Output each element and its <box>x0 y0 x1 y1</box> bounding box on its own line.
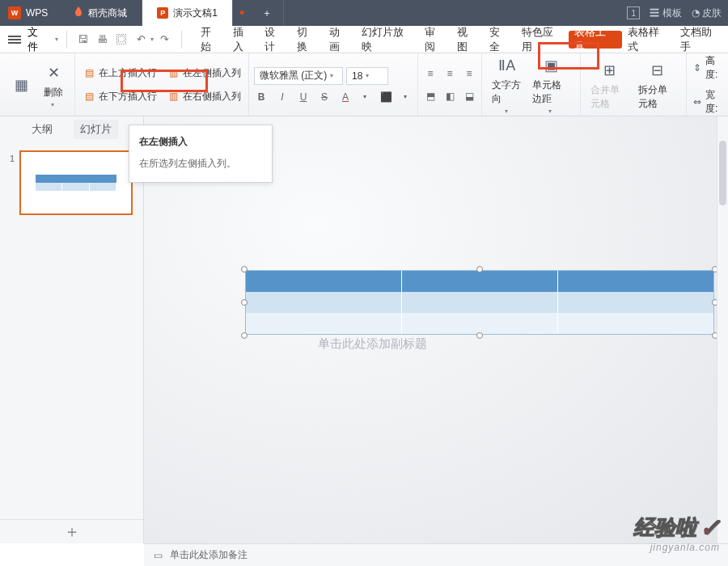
strikethrough-button[interactable]: S <box>317 91 332 103</box>
add-slide-button[interactable]: ＋ <box>0 519 143 543</box>
insert-row-above-button[interactable]: ▤ 在上方插入行 <box>80 65 159 82</box>
tab-outline[interactable]: 大纲 <box>25 120 59 139</box>
slide-thumbnail[interactable]: 1 <box>19 150 133 215</box>
tab-slides[interactable]: 幻灯片 <box>74 120 118 139</box>
slide-number: 1 <box>10 154 15 163</box>
align-right-icon[interactable]: ≡ <box>462 66 476 81</box>
bold-button[interactable]: B <box>254 91 269 103</box>
wps-app-icon: W <box>8 6 21 19</box>
insert-row-below-button[interactable]: ▤ 在下方插入行 <box>80 88 159 105</box>
grid-icon: ▦ <box>10 74 32 96</box>
menu-slideshow[interactable]: 幻灯片放映 <box>356 26 420 53</box>
tab-document[interactable]: P 演示文稿1 <box>142 0 233 26</box>
menu-special[interactable]: 特色应用 <box>516 26 569 53</box>
vertical-scrollbar[interactable] <box>717 116 728 543</box>
qa-redo-icon[interactable]: ↷ <box>157 32 173 48</box>
width-icon: ⇔ <box>692 95 702 108</box>
notes-placeholder[interactable]: 单击此处添加备注 <box>170 548 248 562</box>
cell-margins-button[interactable]: ▣ 单元格边距▾ <box>527 54 575 115</box>
tab-store-label: 稻壳商城 <box>88 6 127 20</box>
valign-bottom-icon[interactable]: ⬓ <box>462 89 476 103</box>
watermark: 经验啦✓ jingyanla.com <box>633 513 720 553</box>
menu-review[interactable]: 审阅 <box>419 26 451 53</box>
table-header-row[interactable] <box>246 271 713 292</box>
template-button[interactable]: ☰ 模板 <box>650 6 681 20</box>
menu-transition[interactable]: 切换 <box>291 26 324 53</box>
tooltip-body: 在所选列左侧插入列。 <box>139 157 262 171</box>
skin-icon: ◔ <box>692 7 702 19</box>
qa-undo-icon[interactable]: ↶ <box>133 32 149 48</box>
font-name-combo[interactable]: 微软雅黑 (正文)▾ <box>254 67 343 85</box>
merge-icon: ⊞ <box>598 59 620 82</box>
font-color-button[interactable]: A <box>338 91 353 103</box>
align-left-icon[interactable]: ≡ <box>423 66 438 81</box>
slide-panel: 大纲 幻灯片 1 ＋ <box>0 116 144 543</box>
height-icon: ⇕ <box>692 61 702 74</box>
cell-margins-icon: ▣ <box>540 54 562 77</box>
insert-right-icon: ▥ <box>167 90 180 103</box>
tab-document-label: 演示文稿1 <box>173 6 218 20</box>
insert-col-right-button[interactable]: ▥ 在右侧插入列 <box>164 88 243 105</box>
split-icon: ⊟ <box>645 59 668 82</box>
ribbon: ▦ ✕ 删除 ▾ ▤ 在上方插入行 ▤ 在下方插入行 ▥ 在左侧插入列 ▥ <box>0 53 728 116</box>
width-control[interactable]: ⇔ 宽度: <box>692 88 723 116</box>
menu-animation[interactable]: 动画 <box>324 26 356 53</box>
menu-items: 开始 插入 设计 切换 动画 幻灯片放映 审阅 视图 安全 特色应用 表格工具 … <box>195 26 728 53</box>
qa-preview-icon[interactable]: ⿴ <box>113 32 129 48</box>
menu-view[interactable]: 视图 <box>451 26 484 53</box>
menu-doc-assistant[interactable]: 文档助手 <box>675 26 728 53</box>
insert-col-left-button[interactable]: ▥ 在左侧插入列 <box>164 65 243 82</box>
menu-start[interactable]: 开始 <box>195 26 227 53</box>
check-icon: ✓ <box>700 513 720 542</box>
notes-icon: ▭ <box>152 550 163 561</box>
menu-design[interactable]: 设计 <box>259 26 291 53</box>
valign-top-icon[interactable]: ⬒ <box>423 89 438 103</box>
wps-label: WPS <box>26 7 48 19</box>
select-cells-button[interactable]: ▦ <box>5 74 37 96</box>
resize-handle[interactable] <box>241 266 248 272</box>
skin-button[interactable]: ◔ 皮肤 <box>692 6 722 20</box>
hamburger-icon[interactable] <box>8 36 21 44</box>
text-direction-button[interactable]: ⅡA 文字方向▾ <box>487 54 527 115</box>
dirty-indicator-icon: • <box>233 5 251 22</box>
qa-print-icon[interactable]: 🖶 <box>94 32 110 48</box>
template-icon: ☰ <box>650 7 662 19</box>
scrollbar-thumb[interactable] <box>719 141 726 205</box>
insert-below-icon: ▤ <box>83 90 95 103</box>
qa-save-icon[interactable]: 🖫 <box>75 32 91 48</box>
title-right-controls: 1 ☰ 模板 ◔ 皮肤 <box>627 6 728 20</box>
text-highlight-button[interactable]: ⬛ <box>379 91 393 103</box>
resize-handle[interactable] <box>476 332 483 339</box>
thumbnail-table-icon <box>36 175 116 191</box>
insert-left-icon: ▥ <box>167 66 180 79</box>
italic-button[interactable]: I <box>275 91 290 103</box>
delete-button[interactable]: ✕ 删除 ▾ <box>37 61 70 108</box>
menu-security[interactable]: 安全 <box>484 26 516 53</box>
file-menu[interactable]: 文件 <box>24 25 53 54</box>
menubar: 文件 ▾ 🖫 🖶 ⿴ ↶ ▾ ↷ 开始 插入 设计 切换 动画 幻灯片放映 审阅… <box>0 26 728 53</box>
new-tab-button[interactable]: ＋ <box>251 0 284 26</box>
menu-insert[interactable]: 插入 <box>227 26 260 53</box>
tab-store[interactable]: 稻壳商城 <box>59 0 142 26</box>
resize-handle[interactable] <box>476 266 483 272</box>
table-row[interactable] <box>246 292 713 313</box>
align-center-icon[interactable]: ≡ <box>442 66 457 81</box>
resize-handle[interactable] <box>241 299 248 306</box>
insert-above-icon: ▤ <box>83 66 95 79</box>
text-direction-icon: ⅡA <box>496 54 518 77</box>
menu-table-tools[interactable]: 表格工具 <box>569 31 622 49</box>
tooltip: 在左侧插入 在所选列左侧插入列。 <box>129 125 273 183</box>
height-control[interactable]: ⇕ 高度: <box>692 54 723 82</box>
underline-button[interactable]: U <box>296 91 311 103</box>
subtitle-placeholder[interactable]: 单击此处添加副标题 <box>318 336 427 352</box>
menu-table-style[interactable]: 表格样式 <box>622 26 675 53</box>
dropdown-caret-icon: ▾ <box>55 36 58 43</box>
font-size-combo[interactable]: 18▾ <box>346 67 388 85</box>
split-cells-button[interactable]: ⊟ 拆分单元格 <box>633 59 681 111</box>
valign-middle-icon[interactable]: ◧ <box>442 89 457 103</box>
delete-label: 删除 <box>44 86 63 99</box>
delete-icon: ✕ <box>42 61 65 84</box>
table-object[interactable] <box>245 270 714 335</box>
resize-handle[interactable] <box>241 332 248 339</box>
table-row[interactable] <box>246 313 713 334</box>
